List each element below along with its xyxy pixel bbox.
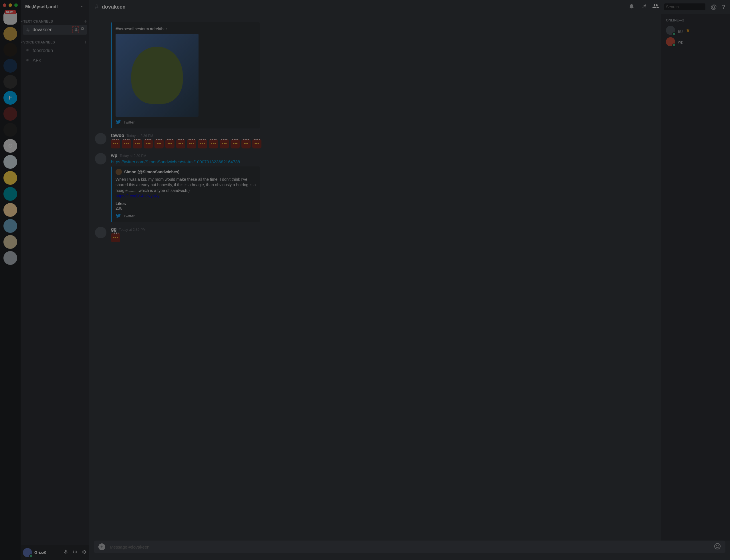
custom-emoji xyxy=(209,139,218,148)
message-list[interactable]: #heroesofthestorm #drekthar Twitter tawo… xyxy=(89,14,661,541)
embed-field-value: 236 xyxy=(116,206,256,211)
custom-emoji xyxy=(154,139,164,148)
twitter-icon xyxy=(116,213,121,219)
members-heading: ONLINE—2 xyxy=(664,18,728,25)
custom-emoji xyxy=(122,139,131,148)
channel-sidebar: Me,Myself,andI ▾TEXT CHANNELS+#dovakeen … xyxy=(21,0,89,560)
server-icon[interactable] xyxy=(3,251,17,265)
status-online-icon xyxy=(672,43,676,47)
channel-list: ▾TEXT CHANNELS+#dovakeen ▾VOICE CHANNELS… xyxy=(21,14,89,545)
chat-main: # dovakeen @ ? xyxy=(89,0,730,560)
search-box[interactable] xyxy=(664,3,705,10)
voice-channel-item[interactable]: AFK xyxy=(23,56,87,65)
custom-emoji xyxy=(187,139,196,148)
message-input[interactable] xyxy=(110,545,709,549)
member-item[interactable]: wp xyxy=(664,36,728,47)
user-settings-button[interactable] xyxy=(81,549,87,556)
status-online-icon xyxy=(29,554,33,558)
speaker-icon xyxy=(25,57,31,64)
message-avatar[interactable] xyxy=(95,133,106,144)
server-owner-crown-icon: ♛ xyxy=(686,28,690,33)
add-channel-button[interactable]: + xyxy=(84,39,87,45)
emoji-picker-button[interactable] xyxy=(714,543,721,551)
svg-point-2 xyxy=(718,545,719,546)
message-body xyxy=(111,233,657,242)
server-icon[interactable] xyxy=(3,59,17,73)
attach-button[interactable]: + xyxy=(98,543,105,550)
channel-category-header[interactable]: ▾TEXT CHANNELS+ xyxy=(21,18,89,24)
custom-emoji xyxy=(241,139,251,148)
server-header[interactable]: Me,Myself,andI xyxy=(21,0,89,14)
add-channel-button[interactable]: + xyxy=(84,18,87,24)
custom-emoji xyxy=(231,139,240,148)
chevron-down-icon xyxy=(79,3,85,10)
text-channel-item[interactable]: #dovakeen xyxy=(23,25,87,35)
message-timestamp: Today at 2:39 PM xyxy=(119,228,146,232)
embed-image[interactable] xyxy=(116,34,199,117)
window-close-button[interactable] xyxy=(3,3,6,7)
member-list: ONLINE—2 gg ♛ wp xyxy=(661,14,730,541)
message-avatar[interactable] xyxy=(95,153,106,164)
deafen-button[interactable] xyxy=(72,549,78,556)
embed-author-name: Simon (@SimonSandwiches) xyxy=(124,170,179,174)
self-avatar[interactable] xyxy=(23,548,32,557)
server-icon[interactable]: G xyxy=(3,139,17,153)
app-root: NEW ↑FG Me,Myself,andI ▾TEXT CHANNELS+#d… xyxy=(0,0,730,560)
custom-emoji xyxy=(111,233,120,242)
custom-emoji xyxy=(111,139,120,148)
voice-channel-item[interactable]: foosroduh xyxy=(23,46,87,55)
member-avatar xyxy=(666,37,675,46)
message-timestamp: Today at 2:36 PM xyxy=(126,134,153,138)
message-avatar[interactable] xyxy=(95,227,106,238)
server-icon[interactable] xyxy=(3,107,17,121)
server-name: Me,Myself,andI xyxy=(25,4,58,9)
server-icon[interactable] xyxy=(3,155,17,169)
embed-footer-text: Twitter xyxy=(124,120,134,124)
channel-name: AFK xyxy=(33,58,41,63)
custom-emoji xyxy=(133,139,142,148)
server-icon[interactable] xyxy=(3,235,17,249)
message-author[interactable]: wp xyxy=(111,153,117,158)
create-invite-button[interactable] xyxy=(72,26,79,33)
search-input[interactable] xyxy=(666,5,716,9)
window-minimize-button[interactable] xyxy=(9,3,12,7)
category-name: TEXT CHANNELS xyxy=(23,19,53,23)
embed-footer-text: Twitter xyxy=(124,214,134,218)
message-author[interactable]: tawoo xyxy=(111,133,124,138)
message: gg Today at 2:39 PM xyxy=(89,225,661,245)
server-icon[interactable] xyxy=(3,203,17,217)
member-list-toggle[interactable] xyxy=(652,3,659,11)
pinned-messages-button[interactable] xyxy=(640,3,647,11)
user-panel: Grizz0 xyxy=(21,545,89,560)
server-icon[interactable] xyxy=(3,43,17,57)
message-composer[interactable]: + xyxy=(94,541,725,553)
server-icon[interactable] xyxy=(3,75,17,89)
server-icon[interactable] xyxy=(3,123,17,137)
message-author[interactable]: gg xyxy=(111,227,117,232)
channel-category-header[interactable]: ▾VOICE CHANNELS+ xyxy=(21,39,89,45)
category-name: VOICE CHANNELS xyxy=(23,40,55,44)
server-icon[interactable] xyxy=(3,27,17,41)
server-icon[interactable]: F xyxy=(3,91,17,105)
mentions-button[interactable]: @ xyxy=(711,3,717,11)
channel-settings-button[interactable] xyxy=(80,26,85,33)
mute-button[interactable] xyxy=(63,549,69,556)
status-online-icon xyxy=(672,32,676,35)
custom-emoji xyxy=(252,139,261,148)
help-button[interactable]: ? xyxy=(722,4,725,10)
speaker-icon xyxy=(25,47,31,54)
embed-author-avatar xyxy=(116,169,122,175)
server-icon[interactable] xyxy=(3,171,17,185)
server-icon[interactable] xyxy=(3,219,17,233)
hash-icon: # xyxy=(94,3,100,11)
window-maximize-button[interactable] xyxy=(14,3,18,7)
notifications-button[interactable] xyxy=(628,3,635,11)
member-item[interactable]: gg ♛ xyxy=(664,25,728,36)
custom-emoji xyxy=(165,139,174,148)
message-link[interactable]: https://twitter.com/SimonSandwiches/stat… xyxy=(111,159,240,164)
chevron-down-icon: ▾ xyxy=(21,20,23,23)
embed-short-link[interactable]: https://t.co/QC4dvNybKy xyxy=(116,194,159,198)
message: tawoo Today at 2:36 PM xyxy=(89,131,661,151)
server-list: NEW ↑FG xyxy=(0,0,21,560)
server-icon[interactable] xyxy=(3,187,17,201)
